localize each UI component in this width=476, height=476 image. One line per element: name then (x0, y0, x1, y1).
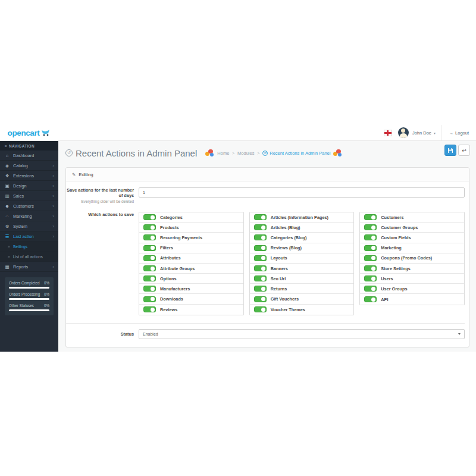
toggle-on[interactable] (364, 296, 377, 302)
logout-button[interactable]: → Logout (442, 130, 476, 136)
toggle-row: Products (139, 223, 243, 233)
sidebar-item-dashboard[interactable]: ⌂ Dashboard (0, 151, 58, 161)
logout-label: Logout (455, 130, 469, 136)
toggle-label: Articles (Blog) (271, 225, 300, 230)
language-flag-icon[interactable] (384, 130, 392, 136)
sidebar-item-last-action[interactable]: ☰ Last action › (0, 231, 58, 242)
toggle-row: Attributes (139, 253, 243, 264)
toggle-on[interactable] (364, 255, 377, 261)
toggle-on[interactable] (143, 214, 156, 220)
toggle-on[interactable] (364, 224, 377, 230)
toggle-on[interactable] (364, 214, 377, 220)
section-divider (66, 323, 465, 324)
opencart-logo[interactable]: opencart (0, 129, 58, 137)
chevron-right-icon: › (52, 163, 54, 168)
sidebar-item-catalog[interactable]: ◈ Catalog › (0, 161, 58, 171)
toggle-on[interactable] (254, 306, 267, 312)
toggle-on[interactable] (254, 255, 267, 261)
sidebar-item-label: List of all actions (13, 255, 54, 259)
stat-label: Other Statuses (9, 303, 34, 308)
toggle-on[interactable] (254, 286, 267, 292)
avatar[interactable] (398, 127, 409, 138)
toggle-on[interactable] (364, 265, 377, 271)
status-form-row: Status Enabled (66, 329, 465, 345)
toggle-on[interactable] (254, 265, 267, 271)
toggle-columns: Categories Products Recurring Payments F… (139, 212, 465, 315)
status-select[interactable]: Enabled (139, 329, 465, 339)
share-icon: ∴ (4, 214, 10, 219)
days-label: Save actions for the last number of days (66, 187, 134, 199)
toggle-on[interactable] (254, 275, 267, 281)
toggle-on[interactable] (143, 306, 156, 312)
toggle-on[interactable] (143, 234, 156, 240)
toggle-on[interactable] (254, 214, 267, 220)
sidebar-item-customers[interactable]: ☻ Customers › (0, 201, 58, 211)
days-label-col: Save actions for the last number of days… (66, 187, 139, 203)
sidebar-item-settings[interactable]: » Settings (0, 242, 58, 252)
toggle-row: Attribute Groups (139, 264, 243, 274)
chevron-down-icon (458, 333, 461, 335)
toggle-on[interactable] (254, 245, 267, 251)
toggle-row: Users (360, 274, 464, 284)
sidebar-item-design[interactable]: ▣ Design › (0, 181, 58, 191)
sidebar-item-list-of-all-actions[interactable]: » List of all actions (0, 252, 58, 262)
top-bar: opencart John Doe ▾ → Logout (0, 125, 476, 141)
toggle-on[interactable] (254, 234, 267, 240)
toggle-on[interactable] (143, 265, 156, 271)
days-input[interactable] (139, 187, 465, 198)
toggle-on[interactable] (143, 275, 156, 281)
save-button[interactable] (444, 145, 456, 156)
toggle-row: User Groups (360, 284, 464, 294)
puzzle-icon: ❖ (4, 173, 10, 178)
toggle-label: Store Settings (381, 266, 410, 271)
toggle-on[interactable] (143, 255, 156, 261)
toggle-on[interactable] (254, 296, 267, 302)
toggle-row: Categories (139, 212, 243, 223)
toggle-row: Layouts (250, 253, 354, 264)
toggle-on[interactable] (364, 245, 377, 251)
actions-label-col: Which actions to save (66, 212, 139, 315)
toggle-row: Gift Vouchers (250, 294, 354, 304)
toggle-column-2: Articles (Information Pages) Articles (B… (249, 212, 355, 315)
header-actions: ↩ (444, 145, 470, 156)
top-bar-right: John Doe ▾ → Logout (384, 125, 476, 140)
gear-icon: ⚙ (4, 224, 10, 229)
breadcrumb-current[interactable]: ↺ Recent Actions in Admin Panel (262, 151, 330, 156)
breadcrumb-home[interactable]: Home (217, 151, 229, 156)
panel-heading-label: Editing (79, 172, 93, 177)
toggle-label: Marketing (381, 245, 401, 250)
toggle-on[interactable] (143, 296, 156, 302)
module-logo-icon (205, 149, 214, 157)
sidebar-item-marketing[interactable]: ∴ Marketing › (0, 211, 58, 221)
sidebar-item-extensions[interactable]: ❖ Extensions › (0, 171, 58, 181)
user-menu[interactable]: John Doe (412, 130, 431, 136)
stat-other-statuses: Other Statuses 0% (9, 303, 49, 308)
back-button[interactable]: ↩ (458, 145, 470, 156)
stat-label: Orders Completed (9, 281, 39, 285)
dashboard-icon: ⌂ (4, 153, 10, 158)
toggle-on[interactable] (143, 224, 156, 230)
toggle-row: Categories (Blog) (250, 233, 354, 243)
sidebar-item-sales[interactable]: ▥ Sales › (0, 191, 58, 201)
toggle-on[interactable] (364, 286, 377, 292)
floppy-disk-icon (447, 148, 453, 154)
recent-actions-icon: ↺ (262, 151, 268, 156)
toggle-on[interactable] (364, 275, 377, 281)
toggle-label: Reviews (160, 307, 177, 312)
sidebar-item-label: Last action (13, 234, 49, 239)
toggle-on[interactable] (143, 245, 156, 251)
sidebar-item-reports[interactable]: ▦ Reports › (0, 262, 58, 272)
breadcrumb-modules[interactable]: Modules (237, 151, 254, 156)
toggle-label: Customer Groups (381, 225, 418, 230)
toggle-label: Layouts (271, 255, 287, 261)
stat-label: Orders Processing (9, 292, 40, 296)
breadcrumb: Home > Modules > ↺ Recent Actions in Adm… (205, 149, 342, 157)
sidebar-item-system[interactable]: ⚙ System › (0, 221, 58, 231)
toggle-on[interactable] (143, 286, 156, 292)
logout-icon: → (449, 131, 453, 135)
toggle-label: Banners (271, 266, 288, 271)
toggle-on[interactable] (364, 234, 377, 240)
status-selected-value: Enabled (143, 332, 158, 336)
cart-icon: ▥ (4, 193, 10, 199)
toggle-on[interactable] (254, 224, 267, 230)
